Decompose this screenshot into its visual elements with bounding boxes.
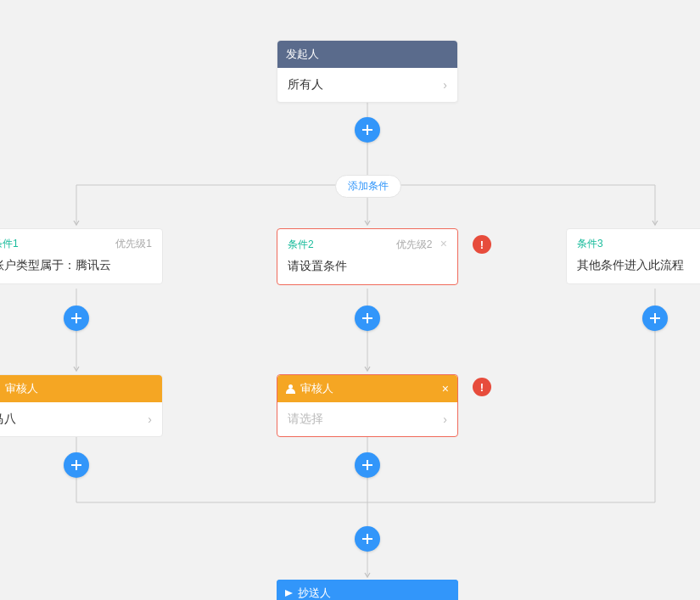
add-node-button[interactable] — [64, 452, 89, 478]
chevron-right-icon: › — [148, 412, 152, 426]
approver-node-1[interactable]: 审核人 马八 › — [0, 374, 163, 437]
approver-2-title: 审核人 — [300, 381, 333, 396]
approver-node-2[interactable]: 审核人 × 请选择 › — [277, 374, 458, 437]
condition-node-1[interactable]: 条件1 优先级1 账户类型属于：腾讯云 — [0, 228, 163, 284]
add-node-button[interactable] — [64, 306, 89, 331]
warning-icon: ! — [473, 378, 491, 396]
start-node-title: 发起人 — [277, 41, 457, 68]
close-icon[interactable]: × — [442, 382, 449, 395]
condition-3-name: 条件3 — [577, 237, 603, 251]
condition-1-name: 条件1 — [0, 237, 19, 251]
chevron-right-icon: › — [443, 412, 447, 426]
warning-icon: ! — [473, 235, 491, 254]
close-icon[interactable]: × — [440, 237, 447, 250]
condition-node-2[interactable]: 条件2 优先级2 × 请设置条件 — [277, 228, 458, 285]
condition-node-3[interactable]: 条件3 优先 其他条件进入此流程 — [566, 228, 700, 284]
start-node[interactable]: 发起人 所有人 › — [277, 40, 458, 103]
approver-2-placeholder: 请选择 — [288, 412, 323, 427]
condition-2-priority: 优先级2 — [396, 238, 433, 250]
chevron-right-icon: › — [443, 78, 447, 92]
approver-1-title: 审核人 — [5, 381, 38, 396]
condition-2-name: 条件2 — [288, 238, 314, 252]
add-condition-button[interactable]: 添加条件 — [335, 175, 401, 198]
cc-node[interactable]: 抄送人 — [277, 580, 458, 600]
start-node-value: 所有人 — [288, 77, 323, 93]
send-icon — [285, 590, 293, 597]
add-node-button[interactable] — [355, 117, 380, 143]
add-node-button[interactable] — [355, 452, 380, 478]
condition-3-content: 其他条件进入此流程 — [567, 253, 700, 283]
person-icon — [286, 384, 295, 394]
add-node-button[interactable] — [355, 306, 380, 331]
workflow-canvas: 发起人 所有人 › 添加条件 条件1 优先级1 账户类型属于：腾讯云 条件2 优… — [0, 0, 700, 600]
cc-title: 抄送人 — [298, 586, 331, 600]
approver-1-value: 马八 — [0, 412, 16, 427]
add-node-button[interactable] — [642, 306, 668, 331]
condition-2-content: 请设置条件 — [277, 254, 457, 284]
condition-1-content: 账户类型属于：腾讯云 — [0, 253, 162, 283]
add-node-button[interactable] — [355, 526, 380, 552]
condition-1-priority: 优先级1 — [115, 237, 152, 251]
